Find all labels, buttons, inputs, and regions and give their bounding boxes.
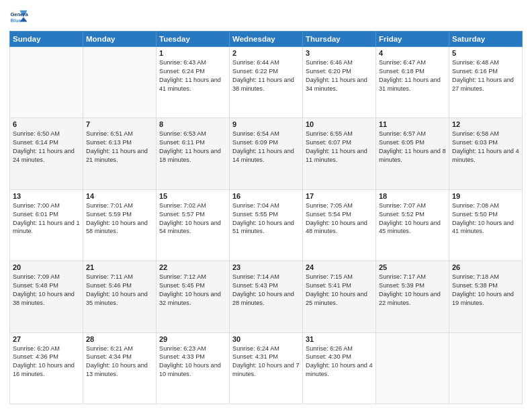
day-number: 11 xyxy=(379,120,446,128)
header: General Blue xyxy=(9,7,523,26)
day-info: Sunrise: 7:08 AMSunset: 5:50 PMDaylight:… xyxy=(452,201,519,236)
day-info: Sunrise: 6:21 AMSunset: 4:34 PMDaylight:… xyxy=(86,345,153,379)
calendar-cell: 2Sunrise: 6:44 AMSunset: 6:22 PMDaylight… xyxy=(230,47,303,118)
calendar-cell: 9Sunrise: 6:54 AMSunset: 6:09 PMDaylight… xyxy=(230,118,303,189)
weekday-header-wednesday: Wednesday xyxy=(230,32,303,47)
day-number: 13 xyxy=(13,192,80,200)
calendar-cell: 17Sunrise: 7:05 AMSunset: 5:54 PMDayligh… xyxy=(303,189,376,261)
day-number: 22 xyxy=(159,263,226,271)
day-number: 4 xyxy=(379,49,446,57)
weekday-header-friday: Friday xyxy=(376,32,449,47)
day-number: 17 xyxy=(306,192,373,200)
day-info: Sunrise: 7:14 AMSunset: 5:43 PMDaylight:… xyxy=(232,273,300,308)
day-info: Sunrise: 6:55 AMSunset: 6:07 PMDaylight:… xyxy=(306,130,373,165)
svg-text:General: General xyxy=(10,11,28,17)
day-number: 7 xyxy=(86,120,153,128)
calendar-cell: 11Sunrise: 6:57 AMSunset: 6:05 PMDayligh… xyxy=(376,118,449,189)
day-number: 18 xyxy=(379,192,446,200)
day-number: 14 xyxy=(86,192,153,200)
calendar-cell: 27Sunrise: 6:20 AMSunset: 4:36 PMDayligh… xyxy=(10,332,83,404)
calendar-cell: 16Sunrise: 7:04 AMSunset: 5:55 PMDayligh… xyxy=(230,189,303,261)
day-info: Sunrise: 6:48 AMSunset: 6:16 PMDaylight:… xyxy=(452,58,519,93)
day-number: 1 xyxy=(159,49,226,57)
calendar-cell: 28Sunrise: 6:21 AMSunset: 4:34 PMDayligh… xyxy=(83,332,157,404)
calendar-cell xyxy=(376,332,449,404)
calendar-week-row: 27Sunrise: 6:20 AMSunset: 4:36 PMDayligh… xyxy=(10,332,523,404)
day-number: 6 xyxy=(13,120,80,128)
calendar-table: SundayMondayTuesdayWednesdayThursdayFrid… xyxy=(9,31,523,404)
calendar-cell: 7Sunrise: 6:51 AMSunset: 6:13 PMDaylight… xyxy=(83,118,157,189)
calendar-cell xyxy=(449,332,523,404)
calendar-week-row: 6Sunrise: 6:50 AMSunset: 6:14 PMDaylight… xyxy=(10,118,523,189)
calendar-cell: 10Sunrise: 6:55 AMSunset: 6:07 PMDayligh… xyxy=(303,118,376,189)
day-info: Sunrise: 6:24 AMSunset: 4:31 PMDaylight:… xyxy=(232,345,300,379)
day-info: Sunrise: 7:12 AMSunset: 5:45 PMDaylight:… xyxy=(159,273,226,308)
day-number: 26 xyxy=(452,263,519,271)
calendar-week-row: 20Sunrise: 7:09 AMSunset: 5:48 PMDayligh… xyxy=(10,261,523,332)
day-number: 31 xyxy=(306,335,373,343)
calendar-cell: 8Sunrise: 6:53 AMSunset: 6:11 PMDaylight… xyxy=(157,118,230,189)
logo-icon: General Blue xyxy=(9,7,28,26)
calendar-cell: 31Sunrise: 6:26 AMSunset: 4:30 PMDayligh… xyxy=(303,332,376,404)
calendar-cell: 24Sunrise: 7:15 AMSunset: 5:41 PMDayligh… xyxy=(303,261,376,332)
weekday-header-sunday: Sunday xyxy=(10,32,83,47)
day-number: 2 xyxy=(232,49,300,57)
calendar-cell: 4Sunrise: 6:47 AMSunset: 6:18 PMDaylight… xyxy=(376,47,449,118)
svg-text:Blue: Blue xyxy=(10,17,21,24)
day-number: 28 xyxy=(86,335,153,343)
calendar-cell: 18Sunrise: 7:07 AMSunset: 5:52 PMDayligh… xyxy=(376,189,449,261)
day-info: Sunrise: 6:51 AMSunset: 6:13 PMDaylight:… xyxy=(86,130,153,165)
day-number: 12 xyxy=(452,120,519,128)
day-info: Sunrise: 7:05 AMSunset: 5:54 PMDaylight:… xyxy=(306,201,373,236)
day-number: 5 xyxy=(452,49,519,57)
day-number: 8 xyxy=(159,120,226,128)
day-number: 20 xyxy=(13,263,80,271)
calendar-cell: 3Sunrise: 6:46 AMSunset: 6:20 PMDaylight… xyxy=(303,47,376,118)
day-info: Sunrise: 7:00 AMSunset: 6:01 PMDaylight:… xyxy=(13,201,80,236)
day-number: 3 xyxy=(306,49,373,57)
day-number: 29 xyxy=(159,335,226,343)
day-info: Sunrise: 7:09 AMSunset: 5:48 PMDaylight:… xyxy=(13,273,80,308)
calendar-cell: 14Sunrise: 7:01 AMSunset: 5:59 PMDayligh… xyxy=(83,189,157,261)
calendar-cell: 23Sunrise: 7:14 AMSunset: 5:43 PMDayligh… xyxy=(230,261,303,332)
weekday-header-monday: Monday xyxy=(83,32,157,47)
calendar-cell: 20Sunrise: 7:09 AMSunset: 5:48 PMDayligh… xyxy=(10,261,83,332)
day-info: Sunrise: 7:18 AMSunset: 5:38 PMDaylight:… xyxy=(452,273,519,308)
calendar-cell: 5Sunrise: 6:48 AMSunset: 6:16 PMDaylight… xyxy=(449,47,523,118)
day-info: Sunrise: 6:54 AMSunset: 6:09 PMDaylight:… xyxy=(232,130,300,165)
day-info: Sunrise: 7:01 AMSunset: 5:59 PMDaylight:… xyxy=(86,201,153,236)
day-info: Sunrise: 7:15 AMSunset: 5:41 PMDaylight:… xyxy=(306,273,373,308)
day-info: Sunrise: 6:20 AMSunset: 4:36 PMDaylight:… xyxy=(13,345,80,379)
day-info: Sunrise: 7:11 AMSunset: 5:46 PMDaylight:… xyxy=(86,273,153,308)
day-info: Sunrise: 6:58 AMSunset: 6:03 PMDaylight:… xyxy=(452,130,519,165)
calendar-cell: 29Sunrise: 6:23 AMSunset: 4:33 PMDayligh… xyxy=(157,332,230,404)
calendar-cell xyxy=(10,47,83,118)
calendar-cell xyxy=(83,47,157,118)
weekday-header-thursday: Thursday xyxy=(303,32,376,47)
day-number: 23 xyxy=(232,263,300,271)
day-number: 27 xyxy=(13,335,80,343)
weekday-header-saturday: Saturday xyxy=(449,32,523,47)
day-number: 21 xyxy=(86,263,153,271)
day-info: Sunrise: 6:44 AMSunset: 6:22 PMDaylight:… xyxy=(232,58,300,93)
calendar-cell: 6Sunrise: 6:50 AMSunset: 6:14 PMDaylight… xyxy=(10,118,83,189)
day-number: 24 xyxy=(306,263,373,271)
day-info: Sunrise: 6:23 AMSunset: 4:33 PMDaylight:… xyxy=(159,345,226,379)
calendar-week-row: 1Sunrise: 6:43 AMSunset: 6:24 PMDaylight… xyxy=(10,47,523,118)
day-info: Sunrise: 6:57 AMSunset: 6:05 PMDaylight:… xyxy=(379,130,446,165)
weekday-header-tuesday: Tuesday xyxy=(157,32,230,47)
page: General Blue SundayMondayTuesdayWednesda… xyxy=(0,0,532,411)
calendar-cell: 19Sunrise: 7:08 AMSunset: 5:50 PMDayligh… xyxy=(449,189,523,261)
logo: General Blue xyxy=(9,7,28,26)
day-info: Sunrise: 7:17 AMSunset: 5:39 PMDaylight:… xyxy=(379,273,446,308)
weekday-header-row: SundayMondayTuesdayWednesdayThursdayFrid… xyxy=(10,32,523,47)
day-number: 25 xyxy=(379,263,446,271)
calendar-cell: 13Sunrise: 7:00 AMSunset: 6:01 PMDayligh… xyxy=(10,189,83,261)
calendar-cell: 26Sunrise: 7:18 AMSunset: 5:38 PMDayligh… xyxy=(449,261,523,332)
day-number: 30 xyxy=(232,335,300,343)
day-number: 16 xyxy=(232,192,300,200)
day-info: Sunrise: 6:53 AMSunset: 6:11 PMDaylight:… xyxy=(159,130,226,165)
calendar-cell: 25Sunrise: 7:17 AMSunset: 5:39 PMDayligh… xyxy=(376,261,449,332)
day-info: Sunrise: 7:04 AMSunset: 5:55 PMDaylight:… xyxy=(232,201,300,236)
day-number: 15 xyxy=(159,192,226,200)
